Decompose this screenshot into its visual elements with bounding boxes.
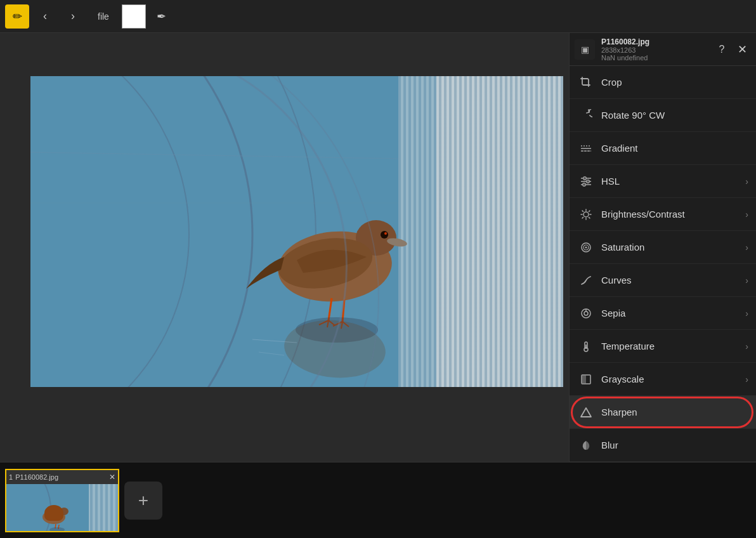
panel-filename: P1160082.jpg	[601, 37, 710, 46]
brightness-icon	[577, 206, 595, 223]
sharpen-label: Sharpen	[601, 407, 748, 417]
menu-item-saturation[interactable]: Saturation ›	[570, 231, 756, 264]
main-area: ▣ P1160082.jpg 2838x1263 NaN undefined ?…	[0, 33, 756, 462]
svg-point-65	[42, 510, 65, 524]
menu-item-crop[interactable]: Crop	[570, 66, 756, 99]
eyedropper-icon: ✒	[157, 10, 166, 23]
forward-icon: ›	[71, 10, 75, 23]
panel-file-icon: ▣	[575, 39, 595, 60]
svg-point-35	[583, 183, 586, 186]
color-swatch[interactable]	[122, 4, 146, 29]
grayscale-label: Grayscale	[601, 374, 745, 384]
saturation-icon	[577, 239, 595, 256]
menu-item-temperature[interactable]: Temperature ›	[570, 330, 756, 363]
menu-item-blur[interactable]: Blur	[570, 429, 756, 462]
sepia-arrow: ›	[745, 308, 748, 318]
back-icon: ‹	[43, 10, 47, 23]
thumb-filename: P1160082.jpg	[15, 473, 107, 481]
saturation-label: Saturation	[601, 242, 745, 253]
svg-point-36	[583, 212, 589, 217]
svg-point-66	[60, 508, 68, 515]
svg-line-42	[589, 217, 590, 218]
menu-item-sepia[interactable]: Sepia ›	[570, 297, 756, 330]
pencil-icon: ✏	[13, 10, 22, 23]
hsl-arrow: ›	[745, 176, 748, 187]
panel-header: ▣ P1160082.jpg 2838x1263 NaN undefined ?…	[570, 33, 756, 66]
menu-item-brightness[interactable]: Brightness/Contrast ›	[570, 198, 756, 231]
menu-item-curves[interactable]: Curves ›	[570, 264, 756, 297]
close-panel-button[interactable]: ✕	[733, 41, 751, 58]
thumb-close-button[interactable]: ✕	[109, 473, 115, 482]
thumb-header: 1 P1160082.jpg ✕	[6, 470, 118, 484]
pencil-tool-button[interactable]: ✏	[5, 4, 29, 29]
filmstrip: 1 P1160082.jpg ✕	[0, 462, 756, 538]
crop-icon	[577, 74, 595, 91]
curves-arrow: ›	[745, 275, 748, 285]
grayscale-arrow: ›	[745, 374, 748, 384]
svg-point-49	[584, 312, 588, 315]
thumb-number: 1	[9, 473, 13, 481]
hsl-label: HSL	[601, 176, 745, 187]
temperature-label: Temperature	[601, 341, 745, 351]
sepia-icon	[577, 305, 595, 322]
forward-button[interactable]: ›	[61, 4, 85, 29]
hsl-icon	[577, 173, 595, 190]
help-button[interactable]: ?	[713, 41, 731, 58]
svg-point-47	[585, 246, 587, 248]
image-container	[30, 76, 563, 387]
brightness-arrow: ›	[745, 209, 748, 220]
image-canvas	[30, 76, 563, 387]
sharpen-icon	[577, 404, 595, 421]
svg-line-43	[589, 211, 590, 211]
menu-item-sharpen[interactable]: Sharpen	[570, 396, 756, 429]
menu-item-rotate[interactable]: Rotate 90° CW	[570, 99, 756, 132]
file-icon: ▣	[581, 44, 589, 55]
grayscale-icon	[577, 371, 595, 388]
blur-label: Blur	[601, 440, 748, 450]
brightness-label: Brightness/Contrast	[601, 209, 745, 220]
curves-label: Curves	[601, 275, 745, 285]
svg-point-69	[49, 527, 65, 532]
temperature-icon	[577, 338, 595, 355]
svg-point-34	[587, 180, 590, 183]
svg-line-44	[582, 217, 583, 218]
back-button[interactable]: ‹	[33, 4, 57, 29]
panel-meta: NaN undefined	[601, 54, 710, 62]
pool-texture	[436, 76, 563, 387]
saturation-arrow: ›	[745, 242, 748, 253]
svg-point-10	[384, 232, 387, 235]
panel-header-info: P1160082.jpg 2838x1263 NaN undefined	[597, 37, 710, 62]
add-image-button[interactable]: +	[124, 482, 162, 520]
svg-point-9	[381, 231, 388, 239]
eyedropper-button[interactable]: ✒	[150, 4, 174, 29]
rotate-icon	[577, 107, 595, 124]
toolbar: ✏ ‹ › file ✒	[0, 0, 756, 33]
rotate-label: Rotate 90° CW	[601, 110, 748, 121]
gradient-icon	[577, 140, 595, 157]
right-panel: ▣ P1160082.jpg 2838x1263 NaN undefined ?…	[569, 33, 756, 462]
svg-rect-53	[585, 344, 587, 349]
svg-rect-55	[582, 375, 586, 384]
svg-rect-62	[89, 484, 118, 532]
sepia-label: Sepia	[601, 308, 745, 318]
panel-dimensions: 2838x1263	[601, 46, 710, 54]
blur-icon	[577, 436, 595, 454]
filmstrip-thumb[interactable]: 1 P1160082.jpg ✕	[5, 469, 119, 532]
file-menu-button[interactable]: file	[89, 8, 118, 25]
crop-label: Crop	[601, 77, 748, 88]
gradient-label: Gradient	[601, 143, 748, 154]
canvas-area	[0, 33, 569, 462]
menu-item-grayscale[interactable]: Grayscale ›	[570, 363, 756, 396]
curves-icon	[577, 272, 595, 289]
menu-list: Crop Rotate 90° CW	[570, 66, 756, 462]
thumb-image	[6, 484, 118, 532]
menu-item-gradient[interactable]: Gradient	[570, 132, 756, 165]
menu-item-hsl[interactable]: HSL ›	[570, 165, 756, 198]
temperature-arrow: ›	[745, 341, 748, 351]
svg-line-41	[582, 211, 583, 211]
svg-point-33	[583, 176, 587, 180]
